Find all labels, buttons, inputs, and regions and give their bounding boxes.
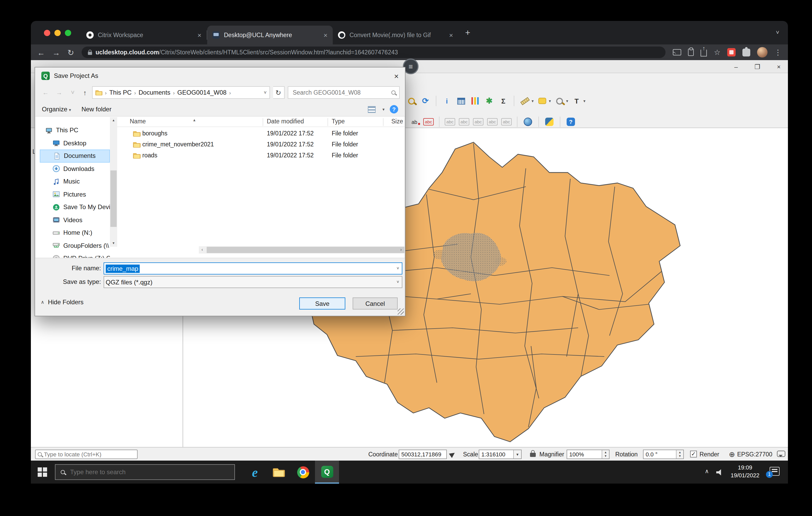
- file-row-crime-met[interactable]: crime_met_november2021 19/01/2022 17:52 …: [117, 139, 404, 150]
- scale-dropdown-icon[interactable]: ▾: [513, 450, 521, 458]
- resize-grip[interactable]: [398, 308, 404, 315]
- text-annotation-dropdown-icon[interactable]: ▾: [583, 98, 585, 103]
- sidebar-item-home-drive[interactable]: Home (N:): [40, 226, 110, 239]
- explorer-help-icon[interactable]: ?: [390, 105, 398, 114]
- column-type[interactable]: Type: [332, 118, 345, 124]
- tab-close-icon[interactable]: ×: [449, 32, 453, 38]
- scrollbar-thumb[interactable]: [207, 247, 404, 253]
- file-name-dropdown-icon[interactable]: ˅: [394, 263, 402, 274]
- profile-avatar[interactable]: [757, 47, 767, 58]
- mouse-extent-toggle-icon[interactable]: [449, 451, 456, 458]
- sidebar-item-videos[interactable]: Videos: [40, 214, 110, 226]
- sidebar-scrollbar[interactable]: ▲ ▼: [110, 117, 117, 247]
- crs-globe-icon[interactable]: ⊕: [729, 451, 735, 458]
- scroll-up-icon[interactable]: ▲: [110, 117, 117, 124]
- scale-combobox[interactable]: 1:316100 ▾: [479, 450, 522, 459]
- file-list-horizontal-scrollbar[interactable]: ‹ ›: [199, 246, 404, 253]
- maximize-icon[interactable]: ❐: [754, 63, 760, 70]
- coordinate-field[interactable]: [399, 450, 447, 459]
- share-icon[interactable]: [701, 50, 707, 57]
- cast-icon[interactable]: [673, 49, 682, 55]
- map-tips-icon[interactable]: [536, 95, 548, 107]
- minimize-icon[interactable]: –: [734, 63, 738, 70]
- sidebar-item-save-to-device[interactable]: Save To My Devi: [40, 201, 110, 214]
- start-button[interactable]: [38, 467, 47, 477]
- taskbar-search-box[interactable]: [55, 464, 235, 480]
- save-as-type-dropdown-icon[interactable]: ˅: [394, 277, 402, 287]
- close-icon[interactable]: ×: [777, 63, 781, 70]
- sidebar-item-dvd-drive[interactable]: DVD Drive (Z:) C: [40, 252, 110, 258]
- new-folder-button[interactable]: New folder: [81, 105, 111, 113]
- messages-icon[interactable]: [777, 451, 785, 457]
- statistical-summary-icon[interactable]: [469, 95, 481, 107]
- scrollbar-thumb[interactable]: [110, 171, 117, 227]
- explorer-search-input[interactable]: [292, 89, 389, 96]
- breadcrumb-documents[interactable]: Documents: [139, 89, 170, 96]
- extensions-puzzle-icon[interactable]: [743, 48, 750, 56]
- taskbar-item-chrome[interactable]: [291, 461, 315, 484]
- forward-icon[interactable]: →: [52, 48, 60, 56]
- rotation-spinbox[interactable]: 0.0 ° ▲▼: [643, 450, 684, 459]
- attribute-table-icon[interactable]: [455, 95, 467, 107]
- address-breadcrumb-bar[interactable]: › This PC › Documents › GEOG0014_W08 › ˅: [92, 86, 270, 99]
- file-row-boroughs[interactable]: boroughs 19/01/2022 17:52 File folder: [117, 128, 404, 139]
- text-annotation-icon[interactable]: T: [571, 95, 582, 107]
- action-center-icon[interactable]: 1: [770, 467, 780, 476]
- tab-close-icon[interactable]: ×: [324, 32, 327, 38]
- locate-input[interactable]: [44, 451, 135, 457]
- fullscreen-window-button[interactable]: [65, 30, 71, 36]
- sidebar-item-groupfolders[interactable]: GroupFolders (\\: [40, 239, 110, 252]
- label-tool-icon[interactable]: abc: [472, 116, 484, 127]
- help-icon[interactable]: ?: [565, 116, 577, 127]
- breadcrumb-this-pc[interactable]: This PC: [109, 89, 132, 96]
- tab-close-icon[interactable]: ×: [198, 32, 201, 38]
- tab-search-chevron-icon[interactable]: ˅: [776, 29, 779, 35]
- file-name-value[interactable]: crime_map: [106, 264, 140, 273]
- zoom-icon[interactable]: [405, 95, 417, 107]
- render-checkbox[interactable]: ✓: [690, 451, 697, 457]
- breadcrumb-folder[interactable]: GEOG0014_W08: [177, 89, 227, 96]
- save-button[interactable]: Save: [299, 298, 345, 309]
- label-tool-icon[interactable]: abc: [487, 116, 498, 127]
- processing-toolbox-icon[interactable]: ✱: [484, 95, 495, 107]
- explorer-search-box[interactable]: [288, 86, 400, 99]
- coordinate-input[interactable]: [401, 451, 444, 457]
- column-size[interactable]: Size: [392, 118, 403, 124]
- taskbar-search-input[interactable]: [69, 468, 229, 476]
- hide-folders-button[interactable]: ∧ Hide Folders: [41, 299, 83, 306]
- organize-menu[interactable]: Organize▾: [42, 105, 71, 113]
- scroll-right-icon[interactable]: ›: [398, 246, 404, 253]
- close-window-button[interactable]: [44, 30, 50, 36]
- show-sum-icon[interactable]: Σ: [498, 95, 509, 107]
- map-tips-dropdown-icon[interactable]: ▾: [549, 98, 551, 103]
- save-as-type-combobox[interactable]: QGZ files (*.qgz) ˅: [104, 276, 402, 288]
- address-dropdown-icon[interactable]: ˅: [264, 90, 267, 95]
- nav-up-icon[interactable]: ↑: [83, 89, 87, 96]
- dialog-close-icon[interactable]: ×: [394, 72, 399, 80]
- back-icon[interactable]: ←: [37, 48, 45, 56]
- magnifier-spinbox[interactable]: 100% ▲▼: [567, 450, 610, 459]
- taskbar-item-file-explorer[interactable]: [267, 461, 291, 484]
- new-tab-button[interactable]: +: [465, 28, 470, 37]
- minimize-window-button[interactable]: [54, 30, 61, 36]
- taskbar-clock[interactable]: 19:09 19/01/2022: [728, 464, 762, 479]
- measure-icon[interactable]: [519, 95, 530, 107]
- nav-history-chevron-icon[interactable]: ˅: [67, 87, 78, 98]
- view-mode-dropdown-icon[interactable]: ▾: [382, 107, 384, 112]
- refresh-icon[interactable]: ↻: [273, 86, 284, 99]
- file-name-combobox[interactable]: crime_map ˅: [104, 263, 402, 274]
- zoom-tool-dropdown-icon[interactable]: ▾: [566, 98, 568, 103]
- file-row-roads[interactable]: roads 19/01/2022 17:52 File folder: [117, 150, 404, 161]
- sidebar-item-desktop[interactable]: Desktop: [40, 137, 110, 150]
- clipboard-icon[interactable]: [688, 49, 694, 56]
- magnifier-spin-arrows[interactable]: ▲▼: [602, 450, 609, 458]
- rotation-spin-arrows[interactable]: ▲▼: [676, 450, 683, 458]
- label-tool-icon[interactable]: abc: [444, 116, 456, 127]
- tray-expand-chevron-icon[interactable]: ∧: [705, 468, 709, 475]
- locate-search-field[interactable]: [35, 450, 138, 459]
- sidebar-item-pictures[interactable]: Pictures: [40, 188, 110, 201]
- taskbar-item-qgis[interactable]: Q: [315, 461, 339, 484]
- label-highlight-icon[interactable]: abc: [423, 116, 434, 127]
- sidebar-item-this-pc[interactable]: This PC: [40, 124, 110, 137]
- scale-lock-icon[interactable]: [530, 453, 536, 457]
